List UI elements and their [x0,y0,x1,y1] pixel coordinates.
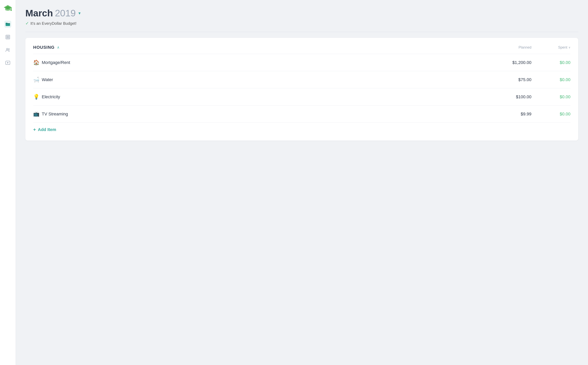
item-spent-tv-streaming[interactable]: $0.00 [531,112,570,117]
sidebar [0,0,16,365]
svg-rect-7 [7,37,8,38]
month-dropdown-chevron[interactable]: ▾ [78,11,81,16]
budget-item-mortgage: 🏠 Mortgage/Rent $1,200.00 $0.00 [33,54,570,71]
category-header: HOUSING ∧ Planned Spent ∨ [33,45,570,50]
svg-point-10 [8,49,10,50]
col-spent-header[interactable]: Spent ∨ [531,45,570,49]
svg-point-3 [11,10,12,11]
item-planned-electricity[interactable]: $100.00 [492,94,531,99]
app-logo[interactable] [3,4,12,13]
add-item-button[interactable]: + Add Item [33,122,570,133]
item-planned-mortgage[interactable]: $1,200.00 [492,60,531,65]
add-item-plus-icon: + [33,127,36,132]
budget-item-electricity: 💡 Electricity $100.00 $0.00 [33,88,570,105]
item-spent-electricity[interactable]: $0.00 [531,94,570,99]
budget-item-water: 🛁 Water $75.00 $0.00 [33,71,570,88]
page-title-row: March 2019 ▾ [25,8,578,19]
svg-point-9 [7,48,8,50]
badge-text: It's an EveryDollar Budget! [30,21,77,26]
item-emoji-water: 🛁 [33,77,39,83]
item-name-water: 🛁 Water [33,77,492,83]
budget-item-tv-streaming: 📺 TV Streaming $9.99 $0.00 [33,105,570,122]
category-collapse-chevron[interactable]: ∧ [57,45,59,49]
page-header: March 2019 ▾ ✓ It's an EveryDollar Budge… [25,8,578,26]
add-item-label: Add Item [38,127,56,132]
page-title-month: March [25,8,53,19]
sidebar-item-box[interactable] [4,34,11,41]
svg-marker-12 [7,62,9,63]
svg-rect-4 [6,35,10,39]
category-title-row: HOUSING ∧ [33,45,59,50]
budget-items-list: 🏠 Mortgage/Rent $1,200.00 $0.00 🛁 Water … [33,54,570,122]
item-planned-water[interactable]: $75.00 [492,77,531,82]
category-title: HOUSING [33,45,55,50]
budget-card: HOUSING ∧ Planned Spent ∨ 🏠 Mortgage/Ren… [25,38,578,140]
item-emoji-tv-streaming: 📺 [33,111,39,117]
main-content: March 2019 ▾ ✓ It's an EveryDollar Budge… [16,0,588,365]
item-spent-mortgage[interactable]: $0.00 [531,60,570,65]
check-icon: ✓ [25,21,29,26]
sidebar-item-budget[interactable] [4,21,11,28]
budget-badge: ✓ It's an EveryDollar Budget! [25,21,578,26]
sidebar-item-video[interactable] [4,59,11,66]
spent-sort-chevron: ∨ [568,46,570,49]
svg-rect-2 [11,7,12,10]
item-name-electricity: 💡 Electricity [33,94,492,100]
item-emoji-mortgage: 🏠 [33,59,39,65]
page-title-year: 2019 [55,8,76,19]
item-planned-tv-streaming[interactable]: $9.99 [492,112,531,117]
item-emoji-electricity: 💡 [33,94,39,100]
col-planned-header: Planned [492,45,531,49]
sidebar-item-users[interactable] [4,46,11,53]
item-spent-water[interactable]: $0.00 [531,77,570,82]
svg-rect-8 [8,37,9,38]
svg-rect-6 [8,36,9,37]
column-headers: Planned Spent ∨ [492,45,570,49]
item-name-mortgage: 🏠 Mortgage/Rent [33,59,492,65]
svg-rect-5 [7,36,8,37]
item-name-tv-streaming: 📺 TV Streaming [33,111,492,117]
